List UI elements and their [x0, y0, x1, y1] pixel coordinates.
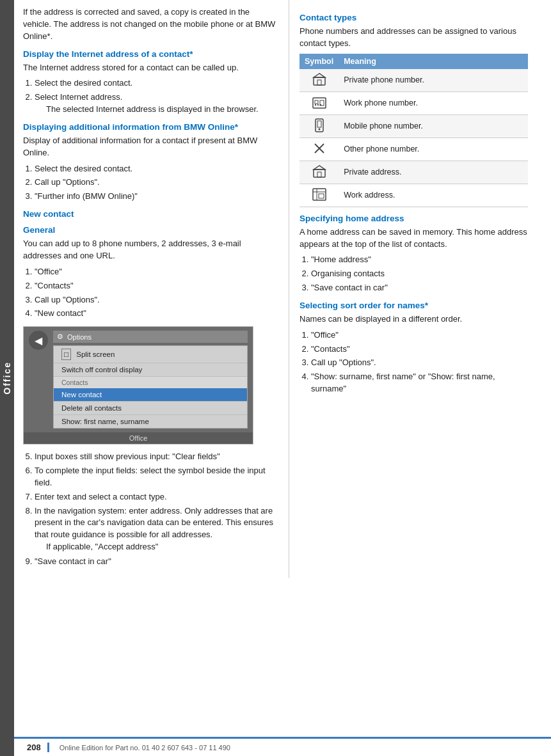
list-item: In the navigation system: enter address.… [35, 505, 278, 553]
list-item: "Home address" [311, 254, 528, 266]
table-row: Private address. [299, 161, 528, 184]
menu-title-bar: ⚙ Options [53, 331, 248, 343]
sort-order-heading: Selecting sort order for names* [299, 301, 528, 310]
list-item: Call up "Options". [35, 177, 278, 189]
list-item: Select Internet address. The selected In… [35, 91, 278, 116]
table-row: Other phone number. [299, 138, 528, 161]
symbol-cell [299, 91, 339, 114]
general-steps: "Office" "Contacts" Call up "Options". "… [35, 266, 278, 320]
bmw-online-steps: Select the desired contact. Call up "Opt… [35, 163, 278, 203]
section-contact-types: Contact types Phone numbers and addresse… [299, 13, 528, 207]
menu-item-new-contact[interactable]: New contact [54, 388, 247, 402]
home-address-heading: Specifying home address [299, 214, 528, 223]
list-item: "Contacts" [311, 343, 528, 356]
table-header: Symbol Meaning [299, 54, 528, 69]
list-item: "Office" [35, 266, 278, 278]
side-tab-label: Office [2, 361, 12, 395]
svg-rect-0 [314, 77, 325, 85]
svg-point-11 [318, 128, 320, 130]
contact-types-heading: Contact types [299, 13, 528, 22]
svg-rect-10 [317, 121, 321, 127]
list-item: "Save contact in car" [311, 282, 528, 294]
list-item: "Contacts" [35, 280, 278, 292]
col-symbol: Symbol [299, 54, 339, 69]
contact-types-table: Symbol Meaning Private phone number.Work… [299, 54, 528, 207]
meaning-cell: Private phone number. [339, 69, 528, 92]
list-item: "Office" [311, 329, 528, 342]
list-item: To complete the input fields: select the… [35, 465, 278, 489]
list-item: "Further info (BMW Online)" [35, 191, 278, 203]
list-item: "Save contact in car" [35, 556, 278, 568]
list-item: Select the desired contact. [35, 77, 278, 90]
sort-order-steps: "Office" "Contacts" Call up "Options". "… [311, 329, 528, 395]
table-row: Work phone number. [299, 91, 528, 114]
list-item: Select the desired contact. [35, 163, 278, 175]
home-address-intro: A home address can be saved in memory. T… [299, 226, 528, 251]
table-body: Private phone number.Work phone number.M… [299, 69, 528, 207]
general-heading: General [23, 225, 278, 235]
page-number: 208 [27, 743, 49, 752]
list-item: "New contact" [35, 308, 278, 320]
list-item: Organising contacts [311, 268, 528, 280]
screenshot-box: ◀ ⚙ Options □ Split screen Sw [23, 326, 253, 445]
list-item: "Show: surname, first name" or "Show: fi… [311, 371, 528, 395]
screenshot-bottom-label: Office [24, 432, 253, 444]
svg-rect-18 [319, 194, 324, 198]
menu-item-delete-contacts[interactable]: Delete all contacts [54, 402, 247, 415]
section-sort-order: Selecting sort order for names* Names ca… [299, 301, 528, 395]
meaning-cell: Private address. [339, 161, 528, 184]
meaning-cell: Mobile phone number. [339, 114, 528, 138]
main-content: If the address is corrected and saved, a… [14, 0, 551, 578]
menu-item-split-screen[interactable]: □ Split screen [54, 346, 247, 363]
options-menu: □ Split screen Switch off control displa… [53, 345, 248, 429]
svg-rect-12 [314, 169, 325, 177]
svg-marker-1 [314, 74, 325, 77]
menu-container: ⚙ Options □ Split screen Switch off cont… [53, 331, 248, 429]
section-internet-address: Display the Internet address of a contac… [23, 49, 278, 116]
menu-title-icon: ⚙ [57, 333, 63, 341]
symbol-cell [299, 114, 339, 138]
svg-rect-4 [315, 100, 318, 104]
left-column: If the address is corrected and saved, a… [14, 0, 289, 578]
menu-item-switch-off[interactable]: Switch off control display [54, 363, 247, 377]
internet-address-intro: The Internet address stored for a contac… [23, 62, 278, 74]
svg-rect-14 [317, 172, 321, 177]
steps-after-screenshot: Input boxes still show previous input: "… [35, 451, 278, 568]
meaning-cell: Work phone number. [339, 91, 528, 114]
nav-button: ◀ [29, 331, 48, 350]
home-address-steps: "Home address" Organising contacts "Save… [311, 254, 528, 294]
bmw-online-heading: Displaying additional information from B… [23, 122, 278, 132]
symbol-cell [299, 184, 339, 207]
meaning-cell: Other phone number. [339, 138, 528, 161]
table-row: Private phone number. [299, 69, 528, 92]
svg-marker-13 [314, 166, 325, 169]
bmw-online-intro: Display of additional information for a … [23, 135, 278, 159]
symbol-cell [299, 69, 339, 92]
svg-rect-6 [317, 104, 319, 106]
menu-section-contacts: Contacts [54, 377, 247, 388]
menu-item-show-name[interactable]: Show: first name, surname [54, 415, 247, 428]
svg-rect-2 [317, 80, 321, 85]
page-footer: 208 Online Edition for Part no. 01 40 2 … [14, 737, 551, 756]
table-row: Work address. [299, 184, 528, 207]
internet-address-sub: The selected Internet address is display… [46, 104, 278, 116]
side-tab: Office [0, 0, 14, 756]
meaning-cell: Work address. [339, 184, 528, 207]
list-item: Call up "Options". [311, 357, 528, 369]
contact-types-intro: Phone numbers and addresses can be assig… [299, 26, 528, 50]
symbol-cell [299, 161, 339, 184]
symbol-cell [299, 138, 339, 161]
intro-paragraph: If the address is corrected and saved, a… [23, 6, 278, 43]
section-new-contact: New contact [23, 209, 278, 219]
table-row: Mobile phone number. [299, 114, 528, 138]
general-intro: You can add up to 8 phone numbers, 2 add… [23, 238, 278, 262]
section-bmw-online: Displaying additional information from B… [23, 122, 278, 203]
step8-sub: If applicable, "Accept address" [46, 541, 278, 553]
footer-text: Online Edition for Part no. 01 40 2 607 … [60, 744, 230, 752]
table-header-row: Symbol Meaning [299, 54, 528, 69]
split-screen-icon: □ [61, 349, 71, 360]
screenshot-inner: ◀ ⚙ Options □ Split screen Sw [24, 327, 253, 432]
list-item: Enter text and select a contact type. [35, 491, 278, 503]
sort-order-intro: Names can be displayed in a different or… [299, 313, 528, 326]
list-item: Call up "Options". [35, 294, 278, 306]
